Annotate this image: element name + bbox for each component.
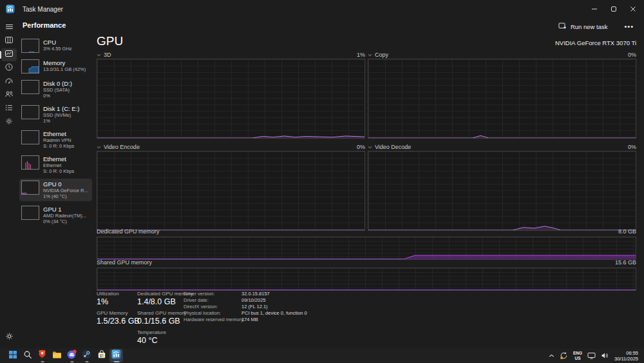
taskbar-clock[interactable]: 06:55 30/11/2025 — [614, 350, 638, 362]
memory-mini-chart — [21, 59, 39, 74]
search-icon — [23, 350, 32, 362]
rail-item-details[interactable] — [1, 103, 17, 115]
rail-item-services[interactable] — [1, 116, 17, 129]
microsoft-store-icon — [97, 350, 106, 362]
stat-gpu-memory: GPU Memory1.5/23.6 GB — [97, 310, 137, 326]
sidebar-item-subtext: AMD Radeon(TM)... — [43, 213, 86, 219]
sidebar-item-disk-0[interactable]: Disk 0 (D:)SSD (SATA)0% — [19, 78, 92, 101]
rail-item-app-history[interactable] — [1, 62, 17, 75]
sidebar-item-cpu[interactable]: CPU3% 4.55 GHz — [19, 37, 92, 55]
windows-taskbar: ENG US 06:55 30/11/2025 — [0, 348, 644, 363]
taskbar-steam-button[interactable] — [80, 349, 93, 362]
language-switcher[interactable]: ENG US — [573, 351, 582, 360]
ethernet-radmin-mini-chart — [21, 130, 39, 144]
disk-0-mini-chart — [21, 80, 39, 94]
sidebar-item-ethernet[interactable]: EthernetEthernetS: 0 R: 0 Kbps — [19, 153, 92, 176]
tray-chevron-up-icon[interactable] — [549, 354, 554, 358]
taskbar-brave-button[interactable] — [35, 349, 49, 362]
close-icon — [630, 3, 636, 15]
users-icon — [5, 90, 14, 101]
sidebar-item-gpu-1[interactable]: GPU 1AMD Radeon(TM)...0% (34 °C) — [19, 204, 92, 226]
close-button[interactable] — [623, 0, 643, 18]
chart-plot-area-dedicated-gpu-memory[interactable] — [97, 237, 636, 260]
utilization-line — [97, 237, 636, 259]
gpu-title: GPU — [97, 34, 123, 48]
discord-icon — [67, 349, 77, 362]
chart-plot-area-video-encode[interactable] — [97, 151, 365, 231]
chart-plot-area-copy[interactable] — [368, 59, 636, 139]
start-icon — [8, 350, 17, 362]
new-task-icon — [558, 22, 567, 31]
sidebar-item-subtext: SSD (NVMe) — [43, 112, 79, 118]
engine-charts-grid: 3D1%Copy0%Video Encode0%Video Decode0% — [97, 51, 636, 231]
rail-item-processes[interactable] — [1, 35, 17, 48]
system-tray: ENG US 06:55 30/11/2025 — [549, 350, 644, 362]
sidebar-item-title: Ethernet — [43, 130, 74, 137]
rail-item-settings[interactable] — [1, 331, 17, 344]
stat-physical-location: Physical location:PCI bus 1, device 0, f… — [184, 310, 307, 317]
gpu-header-row: GPU NVIDIA GeForce RTX 3070 Ti — [97, 34, 636, 48]
utilization-line — [97, 268, 636, 290]
utilization-line — [97, 59, 365, 138]
run-new-task-label: Run new task — [571, 23, 608, 30]
run-new-task-button[interactable]: Run new task — [553, 19, 613, 34]
more-options-button[interactable]: ••• — [619, 21, 639, 32]
taskbar-discord-button[interactable] — [65, 349, 79, 362]
tray-update-sync-icon[interactable] — [560, 351, 568, 360]
gpu-0-mini-chart — [21, 181, 39, 195]
taskbar-search-button[interactable] — [21, 349, 34, 362]
disk-1-mini-chart — [21, 105, 39, 119]
chart-plot-area-shared-gpu-memory[interactable] — [97, 268, 636, 291]
sidebar-item-subtext: 13.0/31.1 GB (42%) — [43, 66, 86, 72]
steam-icon — [82, 349, 91, 362]
sidebar-item-title: GPU 0 — [43, 181, 88, 188]
task-manager-window: Task Manager Performance CPU3% 4.55 GHzM… — [0, 0, 644, 363]
stat-utilization: Utilization1% — [97, 291, 137, 307]
chart-plot-area-video-decode[interactable] — [368, 151, 636, 231]
menu-icon — [5, 22, 14, 34]
chevron-down-icon[interactable] — [368, 52, 372, 58]
sidebar-item-title: Ethernet — [43, 155, 74, 162]
tray-display-icon[interactable] — [587, 352, 596, 359]
chart-plot-area-3d[interactable] — [97, 59, 365, 139]
minimize-button[interactable] — [585, 0, 604, 18]
rail-item-menu[interactable] — [1, 21, 17, 34]
taskbar-start-button[interactable] — [6, 349, 19, 362]
tray-volume-icon[interactable] — [601, 352, 609, 359]
rail-item-performance[interactable] — [1, 48, 17, 61]
clock-date: 30/11/2025 — [614, 356, 638, 362]
chevron-down-icon[interactable] — [97, 52, 101, 58]
services-icon — [5, 117, 14, 128]
chevron-down-icon[interactable] — [97, 144, 101, 150]
sidebar-item-ethernet-radmin[interactable]: EthernetRadmin VPNS: 0 R: 0 Kbps — [19, 128, 92, 151]
sidebar-item-memory[interactable]: Memory13.0/31.1 GB (42%) — [19, 57, 92, 75]
window-controls — [585, 0, 643, 18]
sidebar-item-subtext: Ethernet — [43, 162, 74, 168]
task-manager-logo-icon — [6, 5, 15, 14]
chart-value: 0% — [628, 144, 636, 150]
engine-chart-copy: Copy0% — [368, 51, 636, 139]
maximize-button[interactable] — [604, 0, 623, 18]
app-history-icon — [5, 63, 14, 74]
rail-item-users[interactable] — [1, 89, 17, 102]
stat-shared-gpu-memory: Shared GPU memory0.1/15.6 GB — [137, 310, 184, 326]
page-title: Performance — [23, 21, 93, 29]
engine-chart-video-encode: Video Encode0% — [97, 143, 365, 231]
details-icon — [5, 103, 14, 115]
sidebar-item-subtext: 3% 4.55 GHz — [43, 46, 72, 52]
taskbar-task-manager-button[interactable] — [109, 349, 123, 362]
taskbar-microsoft-store-button[interactable] — [95, 349, 108, 362]
sidebar-item-title: Disk 1 (C: E:) — [43, 105, 79, 112]
sidebar-item-disk-1[interactable]: Disk 1 (C: E:)SSD (NVMe)1% — [19, 103, 92, 126]
maximize-icon — [611, 3, 617, 15]
chart-value: 0% — [357, 144, 365, 150]
chevron-down-icon[interactable] — [368, 144, 372, 150]
chart-value: 1% — [357, 52, 365, 58]
sidebar-item-gpu-0[interactable]: GPU 0NVIDIA GeForce R...1% (40 °C) — [19, 179, 92, 201]
sidebar-item-subtext: 1% (40 °C) — [43, 193, 88, 199]
sidebar-item-subtext: 0% (34 °C) — [43, 219, 86, 224]
stat-hardware-reserved-memory: Hardware reserved memory:174 MB — [184, 317, 307, 323]
sidebar-item-subtext: S: 0 R: 0 Kbps — [43, 168, 74, 174]
rail-item-startup-apps[interactable] — [1, 75, 17, 88]
taskbar-file-explorer-button[interactable] — [50, 349, 64, 362]
